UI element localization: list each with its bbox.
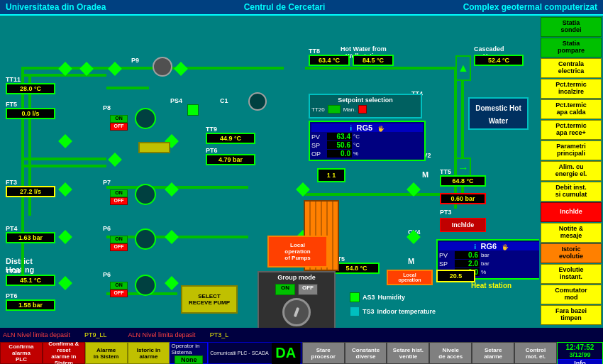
value-11-display: 1 1 (317, 168, 345, 182)
confirma-reset-btn[interactable]: Confirma & reset alarme in Sistem (43, 342, 85, 364)
header-right: Complex geotermal computerizat (463, 2, 597, 12)
pipe-h3 (106, 87, 149, 89)
right-sidebar: Statia sondei Statia pompare Centrala el… (539, 16, 603, 328)
pipe-right-v1 (454, 67, 457, 209)
sidebar-btn-parametri[interactable]: Parametri principali (541, 140, 602, 160)
valve12 (165, 230, 179, 244)
tt8-label: TT8 (309, 48, 320, 55)
alarm-detail1: PT9_LL (84, 331, 107, 338)
p6-label: P6 (103, 225, 111, 232)
sidebar-btn-inchlde[interactable]: Inchlde (541, 202, 602, 222)
tt8-display1: 63.4 °C (309, 55, 350, 66)
sidebar-btn-comutator[interactable]: Comutator mod (541, 285, 602, 304)
p8-label: P8 (103, 104, 111, 111)
sidebar-btn-pct-termic-apa-calda[interactable]: Pct.termic apa calda (541, 99, 602, 119)
ts3-row: TS3 Indoor temperature (350, 307, 436, 316)
sidebar-btn-statia-pompare[interactable]: Statia pompare (541, 38, 602, 57)
header: Universitatea din Oradea Centrul de Cerc… (0, 0, 603, 16)
confirma-alarma-btn[interactable]: Confirma alarma PLC (0, 342, 43, 364)
select-pump-button[interactable]: SELECT RECEVE PUMP (181, 285, 238, 314)
tt9-label: TT9 (206, 126, 217, 133)
pipe-left-v1 (21, 67, 24, 280)
time-section: 12:47:52 3/12/99 Info (557, 342, 603, 364)
setare-alarme-btn[interactable]: Setare alarme (472, 342, 514, 364)
ts3-label: TS3 (363, 308, 375, 315)
alarm-text1: ALN Nivel limita depasit (3, 331, 70, 338)
p8-off-btn[interactable]: OFF (110, 123, 128, 131)
sidebar-btn-debit[interactable]: Debit inst. si cumulat (541, 182, 602, 202)
istoric-alarme-btn[interactable]: Istoric in alarme (128, 342, 170, 364)
pt3-display: 0.60 bar (440, 193, 486, 204)
ps4-indicator (187, 104, 199, 116)
group-mode-dial[interactable] (282, 298, 311, 326)
valve9 (58, 276, 72, 290)
alarm-text2: ALN Nivel limita depasit (128, 331, 196, 338)
tt11-display: 28.0 °C (6, 83, 55, 94)
nivele-acces-btn[interactable]: Nivele de acces (429, 342, 472, 364)
p8-on-btn[interactable]: ON (110, 115, 128, 123)
da-section: Comunicatii PLC - SCADA DA (208, 342, 302, 364)
dial-indicator (294, 307, 300, 318)
control-mot-btn[interactable]: Control mot. el. (514, 342, 557, 364)
tt9-display: 44.9 °C (206, 133, 255, 144)
pt6b-display: 4.79 bar (206, 154, 255, 165)
c1-label: C1 (220, 97, 228, 104)
sidebar-btn-centrala[interactable]: Centrala electrica (541, 58, 602, 78)
pipe-mid-h2 (21, 165, 106, 167)
man-indicator (358, 105, 367, 114)
local-op-pumps-btn[interactable]: Local operation of Pumps (267, 236, 328, 268)
stare-procesor-btn[interactable]: Stare procesor (302, 342, 345, 364)
operator-section: Operator in Sistema None (170, 342, 208, 364)
pt6-label: PT6 (6, 292, 18, 299)
setare-hist-btn[interactable]: Setare hist. ventile (387, 342, 429, 364)
alarme-sistem-btn[interactable]: Alarme in Sistem (85, 342, 128, 364)
sidebar-btn-pct-termic-inc[interactable]: Pct.termic incalzire (541, 79, 602, 99)
gm-off-label[interactable]: OFF (298, 284, 318, 295)
rg5-panel: i RG5 🖐 PV 63.4 °C SP 50.6 °C OP 0.0 % (309, 121, 426, 161)
rg5-sp-row: SP 50.6 °C (311, 141, 423, 149)
tt10-display: 45.1 °C (6, 275, 55, 286)
pt4-label: PT4 (6, 225, 18, 232)
arrow-up-box: ▲ (455, 55, 471, 81)
bottom-area: ALN Nivel limita depasit PT9_LL ALN Nive… (0, 328, 603, 364)
info-button[interactable]: Info (558, 359, 602, 364)
sidebar-btn-pct-termic-rece[interactable]: Pct.termic apa rece+ (541, 120, 602, 140)
m-label2: M (408, 257, 414, 265)
operator-value-btn[interactable]: None (175, 355, 203, 364)
indoor-temp-label: Indoor temperature (377, 308, 436, 315)
rg6-title-text: RG6 (480, 242, 497, 250)
alarm-detail2: PT3_L (210, 331, 229, 338)
cascaded-temp-display: 52.4 °C (474, 55, 524, 66)
domestic-hot-water-panel: Domestic Hot Water (468, 97, 529, 130)
group-mode-label: Group mode (259, 272, 334, 281)
p7-on-btn[interactable]: ON (110, 189, 128, 197)
sidebar-btn-statia-sondei[interactable]: Statia sondei (541, 17, 602, 37)
p6-on-btn[interactable]: ON (110, 236, 128, 243)
pt6b-label: PT6 (206, 147, 218, 154)
sidebar-btn-alim-energie[interactable]: Alim. cu energie el. (541, 161, 602, 181)
tt5b-display: 54.8 °C (333, 263, 380, 274)
p6-off-btn[interactable]: OFF (110, 243, 128, 251)
humidity-label: Humidity (378, 294, 406, 301)
sidebar-btn-notite[interactable]: Notite & mesaje (541, 223, 602, 243)
sidebar-btn-evolutie-inst[interactable]: Evolutie instant. (541, 264, 602, 284)
inchlde-button[interactable]: Inchlde (440, 218, 486, 232)
p6b-on-btn[interactable]: ON (110, 282, 128, 289)
valve6 (108, 153, 122, 167)
pump-p9 (153, 57, 172, 77)
local-op-btn2[interactable]: Local operation (387, 270, 433, 285)
tt10-label: TT10 (6, 268, 21, 275)
sidebar-btn-fara-bazei[interactable]: Fara bazei timpen (541, 305, 602, 325)
gm-on-label[interactable]: ON (275, 284, 295, 295)
p7-off-btn[interactable]: OFF (110, 197, 128, 205)
operator-label: Operator in Sistema (171, 343, 206, 355)
as3-label: AS3 (363, 294, 375, 301)
time-display: 12:47:52 3/12/99 (558, 343, 602, 359)
sidebar-btn-istoric-evol[interactable]: Istoric evolutie (541, 243, 602, 263)
ft5-display: 0.0 l/s (6, 108, 55, 119)
p6b-off-btn[interactable]: OFF (110, 289, 128, 297)
header-left: Universitatea din Oradea (6, 2, 106, 12)
rg6-sp-row: SP 2.0 bar (439, 260, 539, 268)
man-label: Man. (343, 106, 356, 113)
constante-diverse-btn[interactable]: Constante diverse (345, 342, 387, 364)
